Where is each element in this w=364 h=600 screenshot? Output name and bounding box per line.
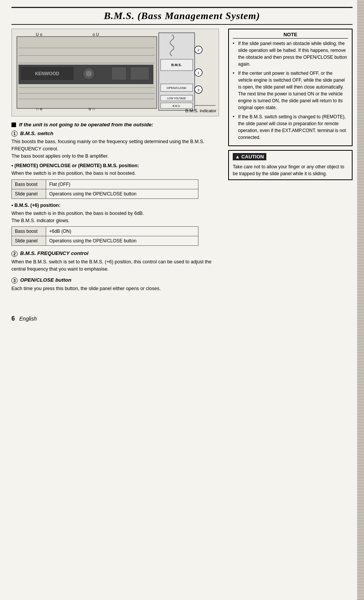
item-3-body: Each time you press this button, the sli… [11, 285, 219, 292]
note-item-2: If the center unit power is switched OFF… [233, 70, 348, 111]
sub1-body: When the switch is in this position, the… [11, 170, 219, 177]
circle-num-1: 1 [11, 131, 18, 137]
table-cell: Bass boost [12, 227, 46, 236]
sub2-heading: • B.M.S. (+6) position: [11, 202, 219, 209]
svg-text:∩ o: ∩ o [36, 106, 42, 111]
svg-point-10 [86, 71, 92, 77]
page: B.M.S. (Bass Management System) U o o U [0, 0, 364, 600]
svg-text:o ∩: o ∩ [89, 106, 95, 111]
note-item-1: If the slide panel meets an obstacle whi… [233, 40, 348, 68]
note-box: NOTE If the slide panel meets an obstacl… [228, 29, 353, 146]
svg-text:U o: U o [36, 32, 42, 37]
table-cell: +6dB (ON) [46, 227, 198, 236]
svg-rect-12 [130, 67, 150, 80]
table-1: Bass boost Flat (OFF) Slide panel Operat… [11, 179, 198, 199]
table-2: Bass boost +6dB (ON) Slide panel Operati… [11, 226, 198, 246]
page-number: 6 [11, 315, 15, 322]
caution-title-wrapper: ▲ CAUTION [233, 153, 348, 162]
table-cell: Operations using the OPEN/CLOSE button [46, 236, 198, 246]
sub2-body2: The B.M.S. indicator glows. [11, 217, 219, 224]
note-item-3: If the B.M.S. switch setting is changed … [233, 113, 348, 141]
table-row: Bass boost Flat (OFF) [12, 180, 198, 189]
table-cell: Operations using the OPEN/CLOSE button [46, 189, 198, 199]
table-cell: Slide panel [12, 189, 46, 199]
svg-text:OPEN/CLOSE: OPEN/CLOSE [167, 86, 187, 90]
svg-text:KENWOOD: KENWOOD [35, 71, 60, 76]
diagram-area: U o o U KENWOOD [11, 29, 219, 116]
item-2: 2 B.M.S. FREQUENCY control When the B.M.… [11, 250, 219, 273]
page-lang: English [19, 316, 37, 322]
item-2-body: When the B.M.S. switch is set to the B.M… [11, 258, 219, 273]
left-column: U o o U KENWOOD [11, 29, 225, 322]
caution-box: ▲ CAUTION Take care not to allow your fi… [228, 150, 353, 180]
sub2-body1: When the switch is in this position, the… [11, 210, 219, 217]
bms-indicator-label: B.M.S. indicator [185, 108, 216, 113]
note-title: NOTE [233, 32, 348, 39]
svg-text:3: 3 [197, 88, 200, 92]
svg-text:2: 2 [197, 48, 200, 52]
svg-text:1: 1 [197, 71, 200, 75]
section-heading-text: If the unit is not going to be operated … [19, 122, 153, 127]
right-strip [357, 0, 364, 600]
svg-text:LOW VOLTAGE: LOW VOLTAGE [167, 97, 186, 100]
table-cell: Slide panel [12, 236, 46, 246]
svg-text:o U: o U [93, 32, 99, 37]
item-3-title: 3 OPEN/CLOSE button [11, 277, 219, 283]
page-title: B.M.S. (Bass Management System) [11, 10, 353, 25]
item-1-title: 1 B.M.S. switch [11, 131, 219, 137]
caution-text: Take care not to allow your finger or an… [233, 163, 348, 177]
note-list: If the slide panel meets an obstacle whi… [233, 40, 348, 141]
item-1-body: This boosts the bass, focusing mainly on… [11, 138, 219, 246]
table-cell: Flat (OFF) [46, 180, 198, 189]
table-cell: Bass boost [12, 180, 46, 189]
svg-rect-11 [111, 67, 127, 80]
item-1: 1 B.M.S. switch This boosts the bass, fo… [11, 131, 219, 246]
table-row: Slide panel Operations using the OPEN/CL… [12, 236, 198, 246]
svg-text:B.M.S.: B.M.S. [171, 63, 182, 67]
item-2-title: 2 B.M.S. FREQUENCY control [11, 250, 219, 256]
svg-text:B.M.S.: B.M.S. [172, 105, 180, 107]
table-row: Bass boost +6dB (ON) [12, 227, 198, 236]
main-content: U o o U KENWOOD [11, 29, 353, 322]
table-row: Slide panel Operations using the OPEN/CL… [12, 189, 198, 199]
circle-num-2: 2 [11, 251, 18, 257]
sub1-heading: • (REMOTE) OPEN/CLOSE or (REMOTE) B.M.S.… [11, 162, 219, 169]
right-column: NOTE If the slide panel meets an obstacl… [225, 29, 353, 322]
top-border [11, 7, 353, 8]
caution-title: ▲ CAUTION [233, 153, 266, 160]
circle-num-3: 3 [11, 277, 18, 284]
section-heading: If the unit is not going to be operated … [11, 122, 219, 127]
bullet-icon [11, 123, 16, 127]
item-3: 3 OPEN/CLOSE button Each time you press … [11, 277, 219, 292]
page-number-area: 6 English [11, 315, 219, 322]
